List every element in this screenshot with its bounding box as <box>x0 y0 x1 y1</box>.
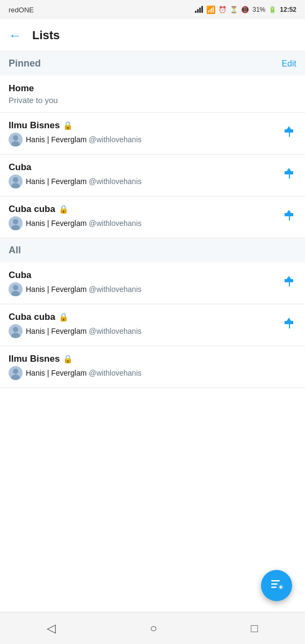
avatar <box>9 216 23 230</box>
pinned-section-title: Pinned <box>9 58 41 69</box>
nav-recents-button[interactable]: □ <box>245 616 263 641</box>
pinned-lists: Ilmu Bisnes🔒 Hanis | Feverglam @withlove… <box>0 113 305 238</box>
list-item-content: Ilmu Bisnes🔒 Hanis | Feverglam @withlove… <box>9 354 296 380</box>
battery-icon: 🔋 <box>268 6 277 13</box>
list-item[interactable]: Cuba Hanis | Feverglam @withlovehanis <box>0 155 305 196</box>
new-list-icon <box>269 576 284 595</box>
owner-name: Hanis | Feverglam @withlovehanis <box>26 135 142 144</box>
svg-point-7 <box>13 219 18 224</box>
pin-icon[interactable] <box>281 166 296 185</box>
nav-home-button[interactable]: ○ <box>144 616 162 641</box>
svg-rect-18 <box>271 580 280 582</box>
all-section-title: All <box>9 245 21 256</box>
wifi-icon: 📶 <box>206 5 215 14</box>
signal-icon <box>195 5 203 14</box>
all-section-header: All <box>0 238 305 262</box>
list-name: Ilmu Bisnes🔒 <box>9 354 296 364</box>
home-list-name: Home <box>9 83 296 94</box>
home-list-item[interactable]: Home Private to you <box>0 76 305 113</box>
list-item-content: Cuba Hanis | Feverglam @withlovehanis <box>9 270 275 296</box>
svg-rect-23 <box>279 587 282 588</box>
avatar <box>9 174 23 188</box>
back-button[interactable]: ← <box>9 28 21 43</box>
pin-icon[interactable] <box>281 316 296 334</box>
svg-point-1 <box>13 135 18 141</box>
list-owner-row: Hanis | Feverglam @withlovehanis <box>9 216 275 230</box>
new-list-fab[interactable] <box>261 570 292 601</box>
svg-point-16 <box>13 369 18 374</box>
list-name: Cuba <box>9 162 275 173</box>
list-owner-row: Hanis | Feverglam @withlovehanis <box>9 366 296 380</box>
list-name: Ilmu Bisnes🔒 <box>9 120 275 131</box>
list-owner-row: Hanis | Feverglam @withlovehanis <box>9 282 275 296</box>
page-title: Lists <box>32 28 60 42</box>
list-item-content: Cuba cuba🔒 Hanis | Feverglam @withloveha… <box>9 312 275 338</box>
list-name: Cuba <box>9 270 275 281</box>
svg-point-4 <box>13 177 18 182</box>
list-item[interactable]: Ilmu Bisnes🔒 Hanis | Feverglam @withlove… <box>0 113 305 155</box>
owner-name: Hanis | Feverglam @withlovehanis <box>26 285 142 294</box>
svg-point-13 <box>13 327 18 332</box>
status-bar: redONE 📶 ⏰ ⏳ 📵 31% 🔋 12:52 <box>0 0 305 19</box>
list-item[interactable]: Cuba cuba🔒 Hanis | Feverglam @withloveha… <box>0 196 305 238</box>
clock: 12:52 <box>280 6 296 13</box>
list-name: Cuba cuba🔒 <box>9 312 275 323</box>
nav-back-button[interactable]: ◁ <box>41 616 61 641</box>
battery-level: 31% <box>252 6 265 13</box>
bluetooth-icon: 📵 <box>241 6 249 13</box>
alarm-icon: ⏰ <box>219 6 227 13</box>
pinned-section-header: Pinned Edit <box>0 52 305 76</box>
list-item[interactable]: Ilmu Bisnes🔒 Hanis | Feverglam @withlove… <box>0 346 305 388</box>
pin-icon[interactable] <box>281 208 296 226</box>
list-item-content: Ilmu Bisnes🔒 Hanis | Feverglam @withlove… <box>9 120 275 147</box>
edit-button[interactable]: Edit <box>281 59 296 69</box>
list-item-content: Cuba Hanis | Feverglam @withlovehanis <box>9 162 275 188</box>
private-label: Private to you <box>9 96 296 105</box>
avatar <box>9 366 23 380</box>
pin-icon[interactable] <box>281 124 296 143</box>
owner-name: Hanis | Feverglam @withlovehanis <box>26 327 142 335</box>
all-lists: Cuba Hanis | Feverglam @withlovehanis Cu… <box>0 262 305 388</box>
carrier-label: redONE <box>9 6 34 14</box>
list-owner-row: Hanis | Feverglam @withlovehanis <box>9 174 275 188</box>
list-item[interactable]: Cuba Hanis | Feverglam @withlovehanis <box>0 262 305 304</box>
timer-icon: ⏳ <box>230 6 238 13</box>
list-owner-row: Hanis | Feverglam @withlovehanis <box>9 133 275 147</box>
svg-rect-19 <box>271 583 278 585</box>
list-item[interactable]: Cuba cuba🔒 Hanis | Feverglam @withloveha… <box>0 304 305 346</box>
status-right: 📶 ⏰ ⏳ 📵 31% 🔋 12:52 <box>195 5 296 14</box>
lock-icon: 🔒 <box>63 121 73 130</box>
avatar <box>9 133 23 147</box>
list-item-content: Cuba cuba🔒 Hanis | Feverglam @withloveha… <box>9 204 275 230</box>
lock-icon: 🔒 <box>59 204 69 214</box>
owner-name: Hanis | Feverglam @withlovehanis <box>26 177 142 186</box>
svg-point-10 <box>13 285 18 290</box>
list-name: Cuba cuba🔒 <box>9 204 275 215</box>
lock-icon: 🔒 <box>59 312 69 322</box>
header: ← Lists <box>0 19 305 52</box>
avatar <box>9 324 23 338</box>
owner-name: Hanis | Feverglam @withlovehanis <box>26 219 142 228</box>
lock-icon: 🔒 <box>63 354 73 364</box>
svg-rect-20 <box>271 587 277 588</box>
pin-icon[interactable] <box>281 274 296 292</box>
owner-name: Hanis | Feverglam @withlovehanis <box>26 369 142 377</box>
avatar <box>9 282 23 296</box>
list-owner-row: Hanis | Feverglam @withlovehanis <box>9 324 275 338</box>
bottom-navigation: ◁ ○ □ <box>0 612 305 644</box>
